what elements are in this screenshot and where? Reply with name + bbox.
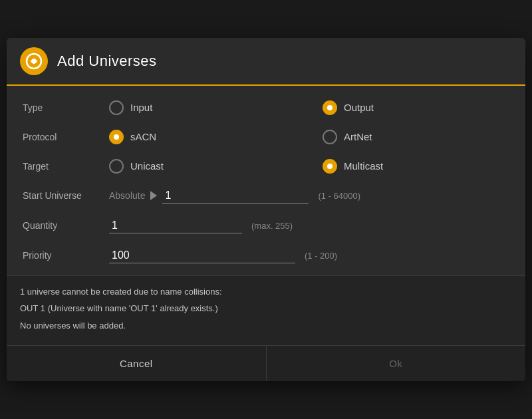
target-multicast-radio[interactable] bbox=[323, 159, 337, 174]
protocol-artnet-option[interactable]: ArtNet bbox=[323, 130, 509, 144]
start-universe-label: Start Universe bbox=[23, 190, 109, 201]
quantity-input[interactable] bbox=[109, 218, 242, 233]
target-label: Target bbox=[23, 161, 109, 172]
type-row: Type Input Output bbox=[23, 100, 509, 115]
target-multicast-option[interactable]: Multicast bbox=[323, 159, 509, 174]
ok-button[interactable]: Ok bbox=[267, 346, 526, 381]
type-input-option[interactable]: Input bbox=[109, 100, 296, 115]
type-label: Type bbox=[23, 102, 109, 113]
start-universe-controls: Absolute (1 - 64000) bbox=[109, 188, 509, 204]
app-logo bbox=[20, 47, 48, 75]
target-unicast-label: Unicast bbox=[130, 160, 164, 172]
protocol-radio-group: sACN ArtNet bbox=[109, 130, 509, 144]
protocol-row: Protocol sACN ArtNet bbox=[23, 130, 509, 144]
protocol-sacn-radio[interactable] bbox=[109, 130, 124, 144]
protocol-artnet-label: ArtNet bbox=[344, 131, 372, 142]
add-universes-dialog: Add Universes Type Input Output Protocol bbox=[7, 38, 525, 382]
warning-section: 1 universe cannot be created due to name… bbox=[7, 275, 525, 346]
warning-line-2: OUT 1 (Universe with name 'OUT 1' alread… bbox=[20, 302, 512, 315]
quantity-row: Quantity (max. 255) bbox=[23, 218, 509, 233]
warning-line-3: No universes will be added. bbox=[20, 319, 512, 333]
type-output-label: Output bbox=[344, 102, 374, 113]
protocol-sacn-option[interactable]: sACN bbox=[109, 130, 296, 144]
type-output-option[interactable]: Output bbox=[323, 100, 509, 115]
priority-label: Priority bbox=[23, 250, 109, 261]
type-radio-group: Input Output bbox=[109, 100, 509, 115]
target-multicast-label: Multicast bbox=[344, 160, 383, 172]
slider-arrow-icon bbox=[150, 191, 157, 200]
dialog-title: Add Universes bbox=[57, 53, 157, 70]
dialog-content: Type Input Output Protocol sACN bbox=[7, 86, 525, 346]
target-row: Target Unicast Multicast bbox=[23, 159, 509, 174]
protocol-sacn-label: sACN bbox=[130, 131, 156, 142]
type-input-label: Input bbox=[130, 102, 152, 113]
start-universe-row: Start Universe Absolute (1 - 64000) bbox=[23, 188, 509, 204]
dialog-footer: Cancel Ok bbox=[7, 345, 525, 381]
start-universe-input[interactable] bbox=[162, 188, 309, 204]
quantity-max-hint: (max. 255) bbox=[251, 221, 293, 231]
priority-row: Priority (1 - 200) bbox=[23, 248, 509, 263]
priority-range-hint: (1 - 200) bbox=[305, 251, 337, 261]
protocol-label: Protocol bbox=[23, 132, 109, 142]
type-output-radio[interactable] bbox=[323, 100, 337, 115]
universe-range-hint: (1 - 64000) bbox=[318, 191, 360, 201]
type-input-radio[interactable] bbox=[109, 100, 124, 115]
cancel-button[interactable]: Cancel bbox=[7, 346, 267, 381]
absolute-label: Absolute bbox=[109, 190, 145, 201]
dialog-header: Add Universes bbox=[7, 38, 525, 86]
protocol-artnet-radio[interactable] bbox=[323, 130, 337, 144]
warning-line-1: 1 universe cannot be created due to name… bbox=[20, 285, 512, 299]
target-unicast-radio[interactable] bbox=[109, 159, 124, 174]
target-radio-group: Unicast Multicast bbox=[109, 159, 509, 174]
priority-input[interactable] bbox=[109, 248, 295, 263]
quantity-label: Quantity bbox=[23, 220, 109, 231]
target-unicast-option[interactable]: Unicast bbox=[109, 159, 296, 174]
